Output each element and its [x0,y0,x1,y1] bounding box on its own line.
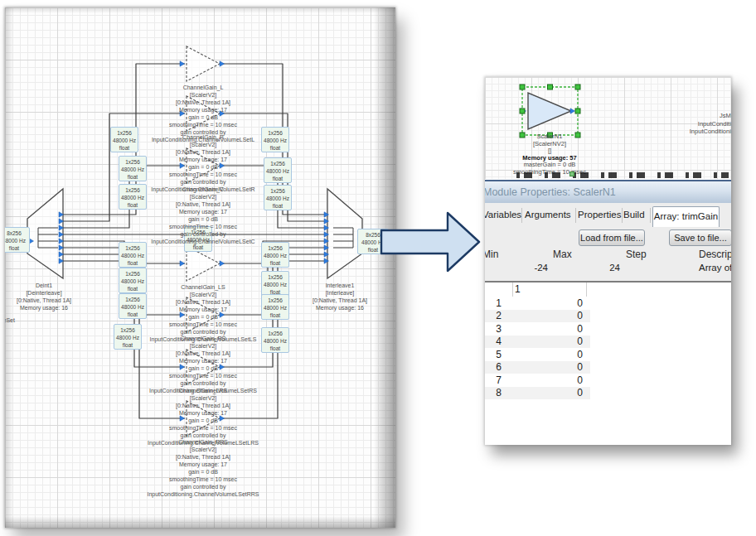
transition-arrow [373,205,489,282]
pin-icon [180,61,185,66]
schematic-svg [5,7,393,526]
description-value: Array of [699,263,731,273]
row-value[interactable]: 0 [502,374,590,386]
table-column-divider-1 [512,282,513,297]
pin-icon [180,416,185,421]
wire-type-badge: 1x256 48000 Hz float [264,185,292,210]
signal-flow-canvas[interactable]: 1x256 48000 Hz float1x256 48000 Hz float… [5,7,395,528]
save-to-file-button[interactable]: Save to file... [669,229,731,246]
table-top-border [485,281,731,282]
gain-triangle-1[interactable] [187,96,220,131]
wire-type-badge: 1x256 48000 Hz float [184,226,212,252]
wire-type-badge: 1x256 48000 Hz float [119,242,147,268]
scaler-caption: ScalerN1 [ScalerNV2] [] Memory usage: 57… [485,133,616,176]
pin-icon [180,111,185,116]
clipped-edge-label: seSet [5,317,15,323]
pin-icon [220,163,225,168]
gain-triangle-0[interactable] [187,46,220,81]
row-value[interactable]: 0 [502,310,590,321]
row-value[interactable]: 0 [502,361,590,373]
array-row-2[interactable]: 20 [485,310,590,323]
pin-icon [220,61,225,66]
row-index: 2 [485,310,502,321]
row-index: 1 [485,297,502,309]
wire-type-badge: 1x256 48000 Hz float [119,268,147,293]
module-properties-window: ScalerN1 [ScalerNV2] [] Memory usage: 57… [485,77,731,445]
array-row-1[interactable]: 10 [485,297,590,310]
row-index: 5 [485,349,502,360]
row-index: 4 [485,336,502,347]
max-value[interactable]: 24 [584,263,620,273]
tab-separator [650,208,651,223]
wire-type-badge: 1x256 48000 Hz float [114,324,142,350]
tab-separator [521,208,522,223]
row-value[interactable]: 0 [502,387,590,398]
load-from-file-button[interactable]: Load from file... [579,229,645,246]
clipped-text-fragments [516,172,729,178]
pin-icon [180,261,185,266]
row-value[interactable]: 0 [502,323,590,335]
wire-type-badge: 1x256 48000 Hz float [119,293,147,319]
row-index: 8 [485,387,502,398]
row-value[interactable]: 0 [502,349,590,360]
row-index: 3 [485,323,502,335]
array-row-7[interactable]: 70 [485,374,590,387]
properties-title: Module Properties: ScalerN1 [485,186,616,198]
input-wire-badge: 8x256 48000 Hz float [5,227,30,253]
wire-type-badge: 1x256 48000 Hz float [261,127,289,152]
pin-icon [220,261,225,266]
pin-icon [180,163,185,168]
wire-type-badge: 1x256 48000 Hz float [119,156,147,181]
tab-variables[interactable]: Variables [485,210,521,220]
array-row-5[interactable]: 50 [485,348,590,361]
pin-icon [180,312,185,317]
screenshot-root: 1x256 48000 Hz float1x256 48000 Hz float… [0,0,756,536]
header-max: Max [553,249,572,260]
deinterleave-caption: Deint1[Deinterleave][0:Native, Thread 1A… [5,282,110,311]
row-value[interactable]: 0 [502,297,590,309]
row-index: 6 [485,361,502,373]
interleave-caption: Interleave1[Interleave][0:Native, Thread… [274,282,395,311]
min-value[interactable]: -24 [510,263,548,273]
scaler-module[interactable] [520,85,580,138]
tab-separator [622,208,623,223]
clipped-green-fragment [569,171,574,176]
array-row-6[interactable]: 60 [485,361,590,374]
header-description: Description [699,249,731,260]
array-column-header: 1 [515,283,521,295]
trimgain-array-table[interactable]: 1020304050607080 [485,297,590,399]
detail-canvas[interactable]: ScalerN1 [ScalerNV2] [] Memory usage: 57… [485,77,731,179]
table-column-divider-2 [586,282,587,297]
pin-icon [220,416,225,421]
array-row-4[interactable]: 40 [485,336,590,349]
clipped-neighbor-labels: JsMuInputConditioInputConditionin [610,112,731,136]
wire-type-badge: 1x256 48000 Hz float [119,184,147,210]
row-value[interactable]: 0 [502,336,590,347]
row-index: 7 [485,374,502,386]
pin-icon [180,365,185,369]
array-row-3[interactable]: 30 [485,322,590,336]
tab-array-trimgain[interactable]: Array: trimGain [652,206,720,227]
gain-triangle-5[interactable] [187,350,220,384]
gain-triangle-4[interactable] [187,297,220,332]
tab-build[interactable]: Build [623,210,645,220]
tab-properties[interactable]: Properties [578,210,621,220]
pin-icon [220,111,225,116]
deinterleave-module[interactable] [27,189,63,278]
pin-icon [220,365,225,369]
gain-triangle-2[interactable] [187,148,220,183]
tab-arguments[interactable]: Arguments [525,210,571,220]
gain-triangle-6[interactable] [187,401,220,436]
wire-type-badge: 1x256 48000 Hz float [261,242,289,268]
wire-type-badge: 1x256 48000 Hz float [264,157,292,183]
wire-type-badge: 1x256 48000 Hz float [110,127,138,152]
tab-separator [575,208,576,223]
wire-type-badge: 1x256 48000 Hz float [261,327,289,353]
properties-titlebar: Module Properties: ScalerN1 [485,180,731,203]
header-step: Step [626,249,647,260]
array-row-8[interactable]: 80 [485,387,590,400]
pin-icon [220,312,225,317]
output-pin-icon [570,109,575,113]
